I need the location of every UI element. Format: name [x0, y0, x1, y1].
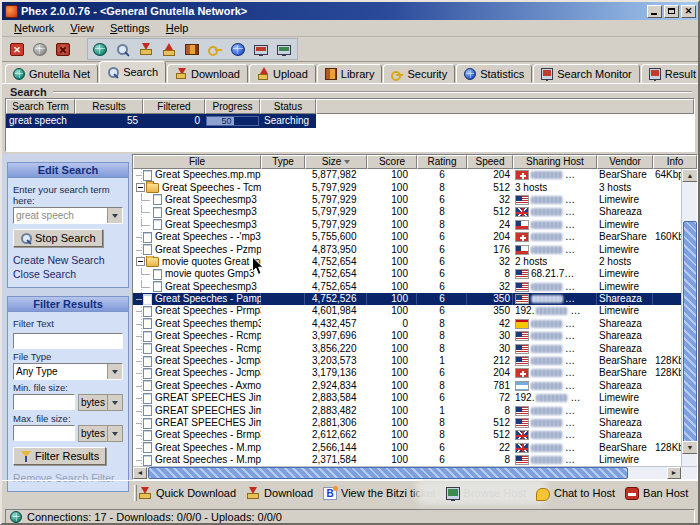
- filter-text-input[interactable]: [13, 333, 123, 349]
- table-row[interactable]: Great Speeches - Pamp34,752,5261006350…S…: [133, 293, 697, 305]
- maximize-button[interactable]: [664, 5, 679, 18]
- table-row[interactable]: movie quotes Great mp34,752,6541006322 h…: [133, 256, 697, 268]
- scroll-right-button[interactable]: ►: [667, 467, 681, 479]
- results-column-header-file[interactable]: File: [133, 155, 261, 169]
- action-ban-button[interactable]: Ban Host: [625, 487, 688, 500]
- results-column-header-sharing-host[interactable]: Sharing Host: [513, 155, 597, 169]
- summary-column-header-search-term[interactable]: Search Term: [6, 99, 75, 114]
- menu-item-network[interactable]: Network: [6, 21, 62, 35]
- search-term-combobox[interactable]: great speech: [13, 207, 123, 224]
- max-size-unit-select[interactable]: bytes: [78, 425, 123, 442]
- file-type-dropdown-button[interactable]: [107, 364, 122, 379]
- action-quick-download-button[interactable]: Quick Download: [138, 487, 236, 500]
- vertical-scroll-thumb[interactable]: [683, 221, 697, 451]
- tab-upload[interactable]: Upload: [249, 64, 316, 83]
- results-column-header-rating[interactable]: Rating: [417, 155, 467, 169]
- close-button[interactable]: [681, 5, 696, 18]
- max-size-input[interactable]: [13, 425, 75, 441]
- table-row[interactable]: Great Speeches - Jcmp33,179,1361006204…B…: [133, 367, 697, 379]
- file-type-select[interactable]: Any Type: [13, 363, 123, 380]
- search-term-dropdown-button[interactable]: [107, 208, 122, 223]
- tab-result-monitor[interactable]: Result Monitor: [641, 64, 700, 83]
- tab-search-monitor[interactable]: Search Monitor: [533, 64, 640, 83]
- toolbar-button-search-monitor[interactable]: [250, 39, 272, 59]
- table-row[interactable]: Great Speeches - Jcmp33,203,5731001212…B…: [133, 355, 697, 367]
- toolbar-button-exit[interactable]: [6, 39, 28, 59]
- tree-expander-collapse[interactable]: [136, 257, 145, 266]
- file-icon: [143, 244, 152, 255]
- min-unit-dropdown-button[interactable]: [107, 395, 122, 410]
- table-row[interactable]: Great Speeches - M.mp32,371,58410068…Lim…: [133, 454, 697, 466]
- filter-results-label: Filter Results: [35, 450, 99, 462]
- summary-column-header-filtered[interactable]: Filtered: [143, 99, 205, 114]
- table-row[interactable]: Great Speeches - Pzmp34,873,9501006176…L…: [133, 243, 697, 255]
- menu-item-settings[interactable]: Settings: [102, 21, 158, 35]
- tab-library[interactable]: Library: [317, 64, 383, 83]
- table-row[interactable]: Great Speeches - -'mp35,755,6001006204…B…: [133, 231, 697, 243]
- menu-item-view[interactable]: View: [62, 21, 102, 35]
- tab-search[interactable]: Search: [99, 61, 166, 83]
- summary-column-header-progress[interactable]: Progress: [205, 99, 260, 114]
- toolbar-button-security-key[interactable]: [204, 39, 226, 59]
- tab-download[interactable]: Download: [167, 64, 248, 83]
- summary-column-header-results[interactable]: Results: [75, 99, 143, 114]
- table-row[interactable]: GREAT SPEECHES Jimp32,883,48210018…Limew…: [133, 404, 697, 416]
- table-row[interactable]: movie quotes Gmp34,752,6541006868.21.7…L…: [133, 268, 697, 280]
- menu-item-help[interactable]: Help: [158, 21, 197, 35]
- action-download-button[interactable]: Download: [246, 487, 313, 500]
- scroll-left-button[interactable]: ◄: [133, 467, 147, 479]
- table-row[interactable]: Great Speechesmp35,797,929100632…Limewir…: [133, 194, 697, 206]
- min-size-unit-select[interactable]: bytes: [78, 394, 123, 411]
- horizontal-scroll-thumb[interactable]: [148, 467, 628, 479]
- toolbar-button-statistics-globe[interactable]: [227, 39, 249, 59]
- summary-column-header-status[interactable]: Status: [260, 99, 316, 114]
- create-new-search-link[interactable]: Create New Search: [13, 254, 123, 266]
- table-row[interactable]: Great Speeches themp34,432,4570842…Share…: [133, 318, 697, 330]
- results-column-header-score[interactable]: Score: [367, 155, 417, 169]
- table-row[interactable]: Great Speeches - Prmp34,601,984100635019…: [133, 305, 697, 317]
- table-row[interactable]: GREAT SPEECHES Jimp32,881,3061008512…Sha…: [133, 417, 697, 429]
- table-row[interactable]: Great Speeches - M.mp32,566,144100622…Be…: [133, 442, 697, 454]
- table-row[interactable]: Great Speeches - Rcmp33,856,220100830…Sh…: [133, 342, 697, 354]
- toolbar-grip[interactable]: [134, 485, 137, 501]
- tab-security[interactable]: Security: [383, 64, 455, 83]
- toolbar-button-upload[interactable]: [158, 39, 180, 59]
- tree-expander-collapse[interactable]: [136, 183, 145, 192]
- results-column-header-type[interactable]: Type: [261, 155, 305, 169]
- toolbar-button-library-books[interactable]: [181, 39, 203, 59]
- toolbar-button-search-magnifier[interactable]: [112, 39, 134, 59]
- filter-results-button[interactable]: Filter Results: [13, 447, 106, 465]
- scroll-up-button[interactable]: ▲: [682, 169, 698, 182]
- toolbar-button-result-monitor[interactable]: [273, 39, 295, 59]
- table-row[interactable]: Great Speeches.mp.mp35,877,9821006204…Be…: [133, 169, 697, 181]
- results-column-header-vendor[interactable]: Vendor: [597, 155, 653, 169]
- results-column-header-size[interactable]: Size: [305, 155, 367, 169]
- table-row[interactable]: GREAT SPEECHES Jimp32,883,584100672192.……: [133, 392, 697, 404]
- table-row[interactable]: Great Speeches - Tcmp35,797,92910085123 …: [133, 181, 697, 193]
- tab-statistics[interactable]: Statistics: [456, 64, 532, 83]
- table-row[interactable]: Great Speechesmp34,752,654100632…Limewir…: [133, 281, 697, 293]
- table-row[interactable]: Great Speeches - Axmov2,924,8341008781…S…: [133, 380, 697, 392]
- max-unit-dropdown-button[interactable]: [107, 426, 122, 441]
- horizontal-scrollbar[interactable]: ◄ ►: [133, 466, 697, 479]
- table-row[interactable]: Great Speechesmp35,797,9291008512…Sharea…: [133, 206, 697, 218]
- min-size-input[interactable]: [13, 394, 75, 410]
- vertical-scrollbar[interactable]: ▲ ▼: [681, 169, 697, 467]
- tab-gnutella-net[interactable]: Gnutella Net: [5, 64, 98, 83]
- title-bar[interactable]: Phex 2.0.0.76 - <General Gnutella Networ…: [2, 2, 698, 20]
- results-column-header-speed[interactable]: Speed: [467, 155, 513, 169]
- toolbar-button-download[interactable]: [135, 39, 157, 59]
- summary-row-selected[interactable]: great speech 55 0 50 Searching: [6, 114, 316, 128]
- toolbar-button-network-disconnect[interactable]: [52, 39, 74, 59]
- minimize-button[interactable]: [647, 5, 662, 18]
- toolbar-button-gnutella-net-globe[interactable]: [89, 39, 111, 59]
- stop-search-button[interactable]: Stop Search: [13, 229, 103, 247]
- table-row[interactable]: Great Speechesmp35,797,929100824…Limewir…: [133, 219, 697, 231]
- toolbar-button-connect-disabled-globe[interactable]: [29, 39, 51, 59]
- country-flag-ch-icon: [515, 170, 529, 180]
- table-row[interactable]: Great Speeches - Rcmp33,997,696100830…Sh…: [133, 330, 697, 342]
- results-column-header-info[interactable]: Info: [653, 155, 697, 169]
- scroll-down-button[interactable]: ▼: [682, 441, 698, 454]
- close-search-link[interactable]: Close Search: [13, 268, 123, 280]
- table-row[interactable]: Great Speeches - Brmp32,612,6621008512…S…: [133, 429, 697, 441]
